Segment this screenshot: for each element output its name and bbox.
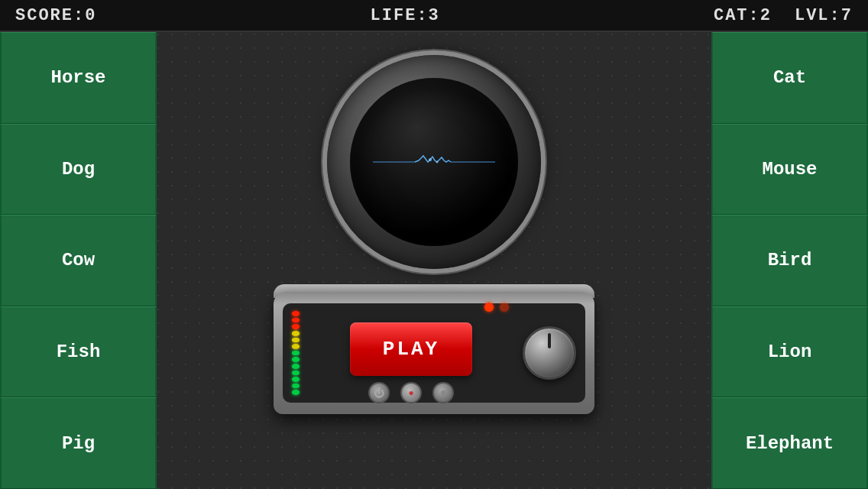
stop-button[interactable]: ■: [432, 382, 454, 403]
score-display: SCORE:0: [15, 6, 96, 25]
top-led-1: [484, 303, 494, 312]
center-area: PLAY ⏻ ● ■: [157, 32, 711, 489]
controls-row: ⏻ ● ■: [368, 382, 454, 403]
answer-cow[interactable]: Cow: [0, 215, 157, 306]
led-green-5: [292, 377, 300, 382]
device-wrapper: PLAY ⏻ ● ■: [274, 284, 594, 414]
svg-point-3: [436, 161, 439, 164]
led-green-6: [292, 384, 300, 389]
led-green-3: [292, 364, 300, 369]
led-meter: [292, 311, 300, 395]
top-led-2: [500, 303, 509, 312]
volume-knob-section: [523, 326, 576, 380]
led-green-7: [292, 390, 300, 395]
header: SCORE:0 LIFE:3 CAT:2 LVL:7: [0, 0, 868, 32]
led-red-2: [292, 318, 300, 323]
orb-inner: [350, 78, 518, 246]
device-face: PLAY ⏻ ● ■: [283, 303, 585, 403]
led-green-4: [292, 371, 300, 376]
play-button[interactable]: PLAY: [350, 322, 472, 376]
answer-cat[interactable]: Cat: [711, 32, 868, 124]
led-yellow-1: [292, 331, 300, 336]
led-yellow-2: [292, 338, 300, 343]
answer-pig[interactable]: Pig: [0, 397, 157, 489]
led-red-3: [292, 324, 300, 329]
led-green-2: [292, 357, 300, 362]
top-led-row: [307, 303, 515, 312]
right-panel: Cat Mouse Bird Lion Elephant: [711, 32, 868, 489]
answer-fish[interactable]: Fish: [0, 306, 157, 398]
left-panel: Horse Dog Cow Fish Pig: [0, 32, 157, 489]
power-button[interactable]: ⏻: [368, 382, 390, 403]
record-button[interactable]: ●: [400, 382, 422, 403]
speaker-orb: [327, 55, 541, 269]
led-yellow-3: [292, 344, 300, 349]
answer-dog[interactable]: Dog: [0, 124, 157, 215]
led-green-1: [292, 351, 300, 356]
lvl-display: LVL:7: [795, 6, 853, 25]
answer-elephant[interactable]: Elephant: [711, 397, 868, 489]
answer-horse[interactable]: Horse: [0, 32, 157, 124]
cat-display: CAT:2: [714, 6, 772, 25]
life-display: LIFE:3: [371, 6, 440, 25]
answer-bird[interactable]: Bird: [711, 215, 868, 306]
answer-mouse[interactable]: Mouse: [711, 124, 868, 215]
orb-outer: [327, 55, 541, 269]
volume-knob[interactable]: [523, 326, 576, 380]
waveform: [373, 151, 495, 173]
svg-point-2: [429, 158, 432, 161]
answer-lion[interactable]: Lion: [711, 306, 868, 398]
device-console: PLAY ⏻ ● ■: [274, 292, 594, 414]
led-red-1: [292, 311, 300, 316]
